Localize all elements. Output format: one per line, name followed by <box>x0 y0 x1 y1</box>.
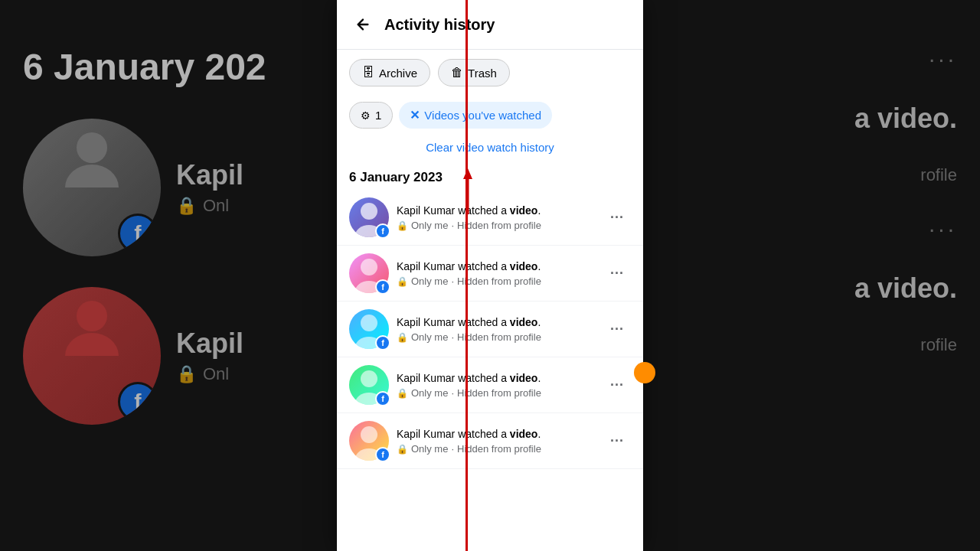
hidden-from-profile-3: Hidden from profile <box>457 331 541 343</box>
trash-icon: 🗑 <box>451 66 463 80</box>
svg-point-2 <box>77 301 107 331</box>
visibility-4: Only me <box>411 387 448 399</box>
sep-5: · <box>451 443 454 455</box>
activity-meta-4: 🔒 Only me · Hidden from profile <box>397 387 603 399</box>
sep-1: · <box>451 220 454 231</box>
avatar-wrap-1: f <box>349 197 389 237</box>
filter-icon: ⚙ <box>361 109 371 122</box>
fb-badge-5: f <box>375 447 390 462</box>
activity-text-5: Kapil Kumar watched a video. <box>397 427 603 442</box>
hidden-from-profile-1: Hidden from profile <box>457 220 541 231</box>
activity-content-3: Kapil Kumar watched a video. 🔒 Only me ·… <box>397 315 603 344</box>
activity-item: f Kapil Kumar watched a video. 🔒 Only me… <box>337 302 643 357</box>
page-title: Activity history <box>384 16 495 34</box>
trash-label: Trash <box>468 67 497 80</box>
bg-person-name-2: Kapil <box>176 328 243 360</box>
filter-tag-label: Videos you've watched <box>424 109 541 122</box>
fb-badge-1: f <box>375 223 390 239</box>
more-button-5[interactable]: ··· <box>603 427 631 455</box>
activity-text-1: Kapil Kumar watched a video. <box>397 204 603 219</box>
bg-only-2: Onl <box>203 364 229 384</box>
avatar-wrap-4: f <box>349 365 389 405</box>
visibility-2: Only me <box>411 276 448 287</box>
svg-point-6 <box>361 259 377 276</box>
fb-badge-2: f <box>375 279 390 295</box>
activity-item: f Kapil Kumar watched a video. 🔒 Only me… <box>337 246 643 302</box>
archive-label: Archive <box>379 67 417 80</box>
clear-link-row: Clear video watch history <box>337 135 643 164</box>
svg-point-8 <box>361 315 377 331</box>
avatar-wrap-2: f <box>349 253 389 293</box>
bg-avatar-2: f <box>23 287 161 425</box>
bg-date: 6 January 202 <box>23 46 266 88</box>
activity-history-panel: Activity history 🗄 Archive 🗑 Trash ⚙ 1 ✕… <box>337 0 643 551</box>
activity-item: f Kapil Kumar watched a video. 🔒 Only me… <box>337 190 643 246</box>
hidden-from-profile-5: Hidden from profile <box>457 443 541 455</box>
hidden-from-profile-4: Hidden from profile <box>457 387 541 399</box>
activity-meta-3: 🔒 Only me · Hidden from profile <box>397 331 603 343</box>
avatar-wrap-5: f <box>349 421 389 461</box>
svg-point-12 <box>361 426 377 443</box>
avatar-wrap-3: f <box>349 309 389 349</box>
more-button-3[interactable]: ··· <box>603 315 631 343</box>
bg-sub-1: 🔒 Onl <box>176 196 243 216</box>
activity-content-5: Kapil Kumar watched a video. 🔒 Only me ·… <box>397 427 603 455</box>
more-button-2[interactable]: ··· <box>603 259 631 287</box>
action-buttons-row: 🗄 Archive 🗑 Trash <box>337 50 643 96</box>
visibility-5: Only me <box>411 443 448 455</box>
activity-meta-2: 🔒 Only me · Hidden from profile <box>397 276 603 287</box>
activity-text-4: Kapil Kumar watched a video. <box>397 371 603 386</box>
bg-avatar-1: f <box>23 119 161 256</box>
lock-icon-4: 🔒 <box>397 388 408 399</box>
archive-button[interactable]: 🗄 Archive <box>349 59 430 86</box>
fb-badge-4: f <box>375 391 390 406</box>
more-button-1[interactable]: ··· <box>603 204 631 231</box>
bg-right-dots-mid: ··· <box>929 216 957 242</box>
svg-point-0 <box>77 132 107 163</box>
bg-lock-2: 🔒 <box>176 364 197 384</box>
fb-badge-3: f <box>375 335 390 350</box>
bg-lock-1: 🔒 <box>176 196 197 216</box>
svg-point-4 <box>361 203 377 220</box>
activity-list: f Kapil Kumar watched a video. 🔒 Only me… <box>337 190 643 551</box>
activity-content-4: Kapil Kumar watched a video. 🔒 Only me ·… <box>397 371 603 399</box>
filter-count: 1 <box>375 109 381 122</box>
bg-right-video: a video. <box>854 103 957 135</box>
bg-right-profile-2: rofile <box>920 335 957 355</box>
svg-point-3 <box>65 333 119 356</box>
activity-meta-5: 🔒 Only me · Hidden from profile <box>397 443 603 455</box>
hidden-from-profile-2: Hidden from profile <box>457 276 541 287</box>
sep-4: · <box>451 387 454 399</box>
trash-button[interactable]: 🗑 Trash <box>438 59 510 86</box>
bg-fb-badge-1: f <box>118 214 158 253</box>
sep-3: · <box>451 331 454 343</box>
archive-icon: 🗄 <box>362 66 374 80</box>
back-button[interactable] <box>349 11 377 38</box>
visibility-3: Only me <box>411 331 448 343</box>
svg-point-1 <box>65 165 119 187</box>
activity-text-3: Kapil Kumar watched a video. <box>397 315 603 331</box>
bg-right-video-2: a video. <box>854 272 957 305</box>
more-button-4[interactable]: ··· <box>603 371 631 399</box>
clear-history-link[interactable]: Clear video watch history <box>426 141 554 154</box>
activity-meta-1: 🔒 Only me · Hidden from profile <box>397 220 603 231</box>
bg-right-profile: rofile <box>920 165 957 185</box>
modal-header: Activity history <box>337 0 643 50</box>
lock-icon-1: 🔒 <box>397 220 408 231</box>
activity-content-2: Kapil Kumar watched a video. 🔒 Only me ·… <box>397 259 603 288</box>
filter-tag[interactable]: ✕ Videos you've watched <box>399 102 552 129</box>
visibility-1: Only me <box>411 220 448 231</box>
activity-item: f Kapil Kumar watched a video. 🔒 Only me… <box>337 357 643 413</box>
sep-2: · <box>451 276 454 287</box>
svg-point-10 <box>361 370 377 387</box>
bg-sub-2: 🔒 Onl <box>176 364 243 384</box>
filter-row: ⚙ 1 ✕ Videos you've watched <box>337 96 643 135</box>
lock-icon-3: 🔒 <box>397 332 408 343</box>
filter-tag-x[interactable]: ✕ <box>410 108 420 122</box>
bg-fb-badge-2: f <box>118 382 158 422</box>
bg-person-name-1: Kapil <box>176 159 243 191</box>
filter-count-button[interactable]: ⚙ 1 <box>349 102 393 129</box>
date-section-label: 6 January 2023 <box>337 164 643 190</box>
activity-item: f Kapil Kumar watched a video. 🔒 Only me… <box>337 413 643 469</box>
bg-only-1: Onl <box>203 196 229 216</box>
